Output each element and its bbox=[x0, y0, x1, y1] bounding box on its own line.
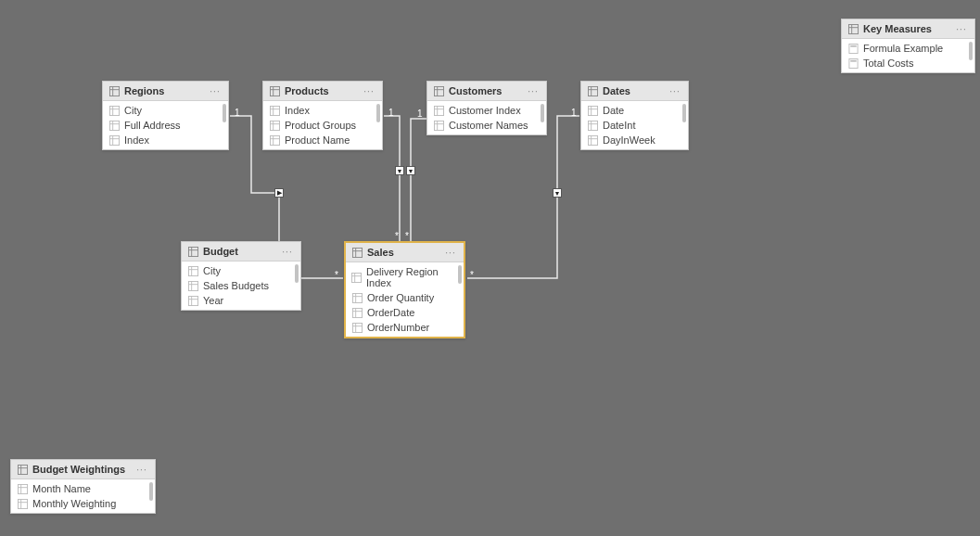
field-label: Customer Index bbox=[449, 105, 521, 116]
table-customers[interactable]: Customers ··· Customer Index Customer Na… bbox=[426, 81, 547, 135]
table-title: Customers bbox=[449, 85, 526, 96]
table-header[interactable]: Regions ··· bbox=[103, 82, 228, 101]
table-regions[interactable]: Regions ··· City Full Address Index bbox=[102, 81, 229, 150]
scrollbar-thumb[interactable] bbox=[969, 42, 973, 60]
field-row[interactable]: Order Quantity bbox=[346, 290, 464, 305]
field-label: City bbox=[124, 105, 142, 116]
field-row[interactable]: Monthly Weighting bbox=[11, 496, 155, 511]
field-label: Full Address bbox=[124, 120, 181, 131]
column-icon bbox=[187, 295, 198, 306]
field-row[interactable]: DateInt bbox=[581, 118, 688, 133]
field-row[interactable]: Formula Example bbox=[842, 41, 974, 56]
table-header[interactable]: Products ··· bbox=[263, 82, 382, 101]
scrollbar-thumb[interactable] bbox=[458, 265, 462, 284]
table-icon bbox=[269, 85, 280, 96]
svg-rect-12 bbox=[270, 86, 279, 96]
cardinality-one: 1 bbox=[417, 108, 423, 119]
field-row[interactable]: Product Name bbox=[263, 133, 382, 147]
table-key-measures[interactable]: Key Measures ··· Formula Example Total C… bbox=[841, 19, 975, 73]
table-budget[interactable]: Budget ··· City Sales Budgets Year bbox=[181, 241, 301, 311]
filter-arrow-icon bbox=[553, 188, 562, 198]
column-icon bbox=[17, 498, 28, 509]
table-header[interactable]: Budget Weightings ··· bbox=[11, 460, 155, 479]
table-menu-icon[interactable]: ··· bbox=[280, 246, 295, 257]
field-row[interactable]: Date bbox=[581, 103, 688, 118]
scrollbar-thumb[interactable] bbox=[541, 104, 544, 122]
table-menu-icon[interactable]: ··· bbox=[134, 464, 149, 475]
column-icon bbox=[433, 105, 444, 116]
field-label: Customer Names bbox=[449, 120, 528, 131]
field-label: OrderNumber bbox=[367, 322, 429, 333]
table-title: Budget Weightings bbox=[32, 464, 134, 475]
svg-rect-72 bbox=[848, 24, 858, 33]
scrollbar-thumb[interactable] bbox=[149, 482, 153, 501]
filter-arrow-icon bbox=[274, 188, 284, 198]
table-sales[interactable]: Sales ··· Delivery Region Index Order Qu… bbox=[344, 241, 465, 338]
field-row[interactable]: City bbox=[182, 263, 300, 278]
field-row[interactable]: Sales Budgets bbox=[182, 278, 300, 293]
svg-rect-63 bbox=[352, 293, 362, 302]
field-row[interactable]: OrderNumber bbox=[346, 320, 464, 335]
field-row[interactable]: Month Name bbox=[11, 481, 155, 496]
scrollbar-thumb[interactable] bbox=[295, 264, 299, 283]
field-row[interactable]: OrderDate bbox=[346, 305, 464, 320]
svg-rect-57 bbox=[352, 248, 362, 257]
svg-rect-6 bbox=[109, 121, 119, 130]
table-icon bbox=[847, 23, 859, 34]
column-icon bbox=[587, 105, 598, 116]
scrollbar-thumb[interactable] bbox=[376, 104, 380, 122]
table-budget-weightings[interactable]: Budget Weightings ··· Month Name Monthly… bbox=[10, 459, 156, 514]
table-header[interactable]: Budget ··· bbox=[182, 242, 300, 262]
table-menu-icon[interactable]: ··· bbox=[443, 247, 458, 258]
svg-rect-79 bbox=[18, 465, 27, 474]
column-icon bbox=[351, 322, 363, 333]
svg-rect-82 bbox=[18, 484, 27, 493]
table-icon bbox=[587, 85, 598, 96]
column-icon bbox=[187, 265, 198, 276]
svg-rect-33 bbox=[588, 86, 597, 96]
field-label: Date bbox=[603, 105, 624, 116]
field-row[interactable]: Full Address bbox=[103, 118, 228, 133]
column-icon bbox=[351, 307, 363, 318]
field-row[interactable]: DayInWeek bbox=[581, 133, 688, 147]
field-label: Monthly Weighting bbox=[32, 498, 116, 509]
table-dates[interactable]: Dates ··· Date DateInt DayInWeek bbox=[580, 81, 689, 150]
table-menu-icon[interactable]: ··· bbox=[208, 85, 223, 96]
table-fields: Month Name Monthly Weighting bbox=[11, 479, 155, 513]
field-row[interactable]: Delivery Region Index bbox=[346, 264, 464, 290]
cardinality-one: 1 bbox=[235, 108, 240, 118]
field-row[interactable]: Index bbox=[263, 103, 382, 118]
scrollbar-thumb[interactable] bbox=[223, 104, 226, 122]
column-icon bbox=[269, 120, 280, 131]
svg-rect-54 bbox=[188, 296, 197, 305]
field-label: Product Name bbox=[285, 134, 350, 146]
svg-rect-48 bbox=[188, 266, 197, 275]
table-fields: Index Product Groups Product Name bbox=[263, 101, 382, 149]
svg-rect-76 bbox=[850, 45, 856, 46]
table-menu-icon[interactable]: ··· bbox=[526, 85, 541, 96]
table-header[interactable]: Dates ··· bbox=[581, 82, 688, 101]
field-row[interactable]: Year bbox=[182, 293, 300, 308]
table-header[interactable]: Customers ··· bbox=[427, 82, 546, 101]
table-header[interactable]: Sales ··· bbox=[346, 243, 464, 262]
field-row[interactable]: Total Costs bbox=[842, 56, 974, 70]
field-row[interactable]: Customer Index bbox=[427, 103, 546, 118]
table-menu-icon[interactable]: ··· bbox=[362, 85, 376, 96]
cardinality-many: * bbox=[405, 231, 409, 241]
field-row[interactable]: Customer Names bbox=[427, 118, 546, 133]
table-menu-icon[interactable]: ··· bbox=[668, 85, 682, 96]
table-menu-icon[interactable]: ··· bbox=[954, 23, 969, 34]
column-icon bbox=[351, 272, 362, 283]
table-header[interactable]: Key Measures ··· bbox=[842, 19, 974, 39]
field-row[interactable]: Index bbox=[103, 133, 228, 147]
table-fields: Formula Example Total Costs bbox=[842, 39, 974, 72]
field-row[interactable]: City bbox=[103, 103, 228, 118]
svg-rect-24 bbox=[434, 86, 443, 96]
table-products[interactable]: Products ··· Index Product Groups Produc… bbox=[262, 81, 383, 150]
scrollbar-thumb[interactable] bbox=[682, 104, 686, 122]
field-row[interactable]: Product Groups bbox=[263, 118, 382, 133]
field-label: Year bbox=[203, 295, 223, 306]
field-label: DayInWeek bbox=[603, 134, 655, 146]
table-title: Dates bbox=[603, 85, 668, 96]
svg-rect-36 bbox=[588, 106, 597, 115]
